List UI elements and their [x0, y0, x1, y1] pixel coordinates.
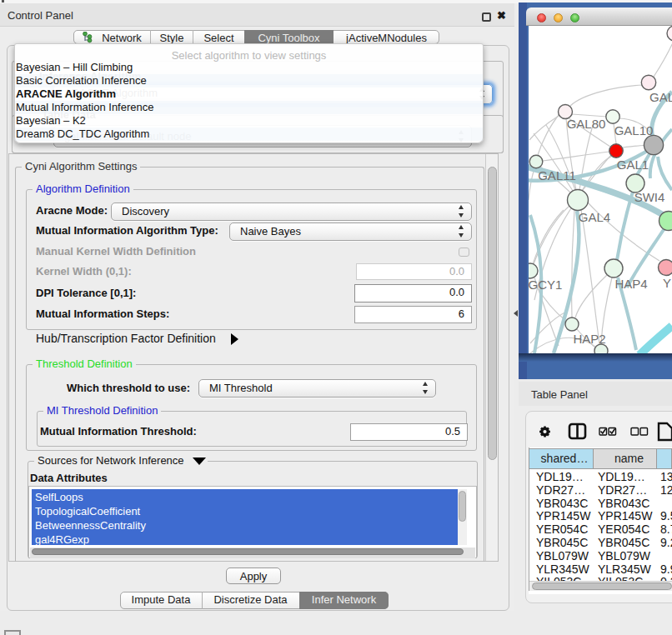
svg-text:Y: Y	[663, 276, 671, 290]
svg-text:GAL2: GAL2	[649, 90, 672, 104]
svg-text:GAL4: GAL4	[579, 210, 610, 224]
svg-text:GAL80: GAL80	[567, 117, 606, 131]
svg-text:GAL1: GAL1	[617, 158, 649, 172]
svg-text:SWI4: SWI4	[634, 190, 665, 204]
svg-text:HAP2: HAP2	[573, 332, 605, 346]
svg-text:GCY1: GCY1	[529, 278, 562, 292]
svg-text:GAL11: GAL11	[538, 168, 576, 182]
svg-text:HAP4: HAP4	[614, 277, 647, 291]
svg-text:GAL10: GAL10	[614, 123, 654, 138]
